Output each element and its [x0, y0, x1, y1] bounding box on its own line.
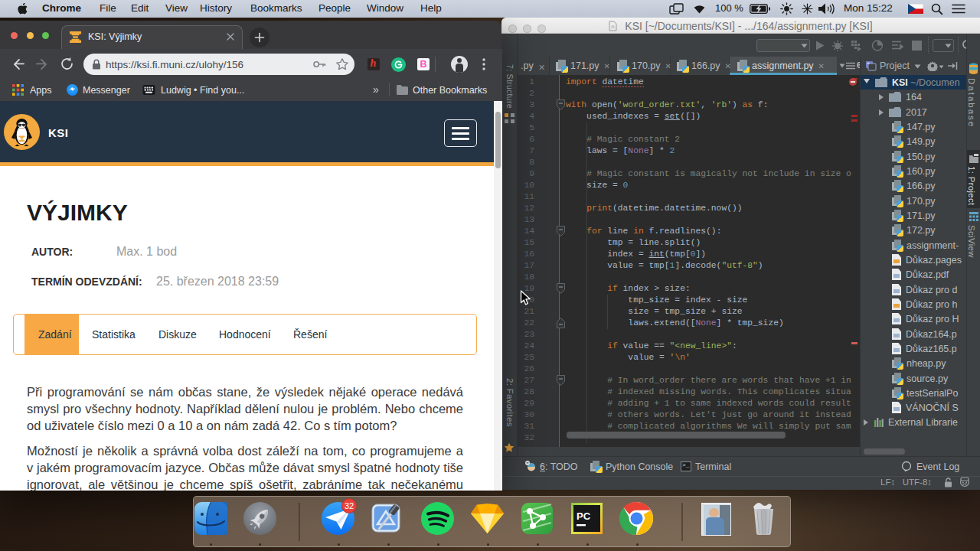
svg-text:PC: PC: [577, 510, 591, 522]
